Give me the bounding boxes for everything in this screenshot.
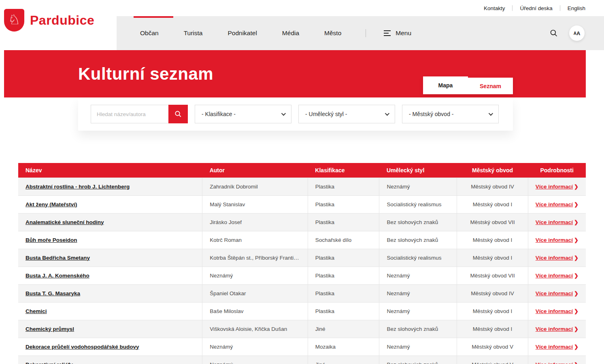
accessibility-font-size-button[interactable]: AA	[569, 25, 585, 41]
item-author: Kotrba Štěpán st., Příborský František	[202, 249, 308, 267]
more-info-link[interactable]: Více informací	[536, 201, 573, 207]
chevron-down-icon	[489, 111, 493, 116]
search-submit-button[interactable]	[168, 105, 188, 123]
item-author: Neznámý	[202, 267, 308, 284]
chevron-right-icon: ❯	[574, 219, 578, 225]
separator	[512, 5, 513, 11]
chevron-right-icon: ❯	[574, 290, 578, 296]
tab-seznam[interactable]: Seznam	[468, 76, 513, 94]
item-name-link[interactable]: Abstraktní rostlina - hrob J. Lichtenber…	[26, 184, 130, 190]
item-district: Městský obvod VII	[457, 267, 528, 284]
item-classification: Plastika	[308, 213, 379, 231]
item-author: Jirásko Josef	[202, 213, 308, 231]
item-name-link[interactable]: Busta J. A. Komenského	[26, 273, 89, 279]
more-info-link[interactable]: Více informací	[536, 184, 573, 190]
culture-list-table-wrap: Název Autor Klasifikace Umělecký styl Mě…	[18, 163, 586, 364]
search-group	[91, 105, 188, 123]
site-header: Kontakty Úřední deska English ♘ Pardubic…	[0, 0, 604, 50]
table-header: Název Autor Klasifikace Umělecký styl Mě…	[18, 163, 586, 178]
nav-item-obcan[interactable]: Občan	[140, 30, 159, 37]
dropdown-mestsky-obvod-value: - Městský obvod -	[409, 111, 453, 117]
item-name-link[interactable]: Busta Bedřicha Smetany	[26, 255, 90, 261]
active-nav-indicator	[134, 16, 173, 18]
separator	[560, 5, 560, 11]
chevron-right-icon: ❯	[574, 237, 578, 243]
table-row: Akt ženy (Mateřství) Malý Stanislav Plas…	[18, 195, 586, 213]
item-art-style: Bez slohových znaků	[379, 320, 457, 338]
more-info-link[interactable]: Více informací	[536, 255, 573, 261]
dropdown-mestsky-obvod[interactable]: - Městský obvod -	[402, 105, 499, 123]
item-author: Zahradník Dobromil	[202, 178, 308, 195]
view-tabs: Mapa Seznam	[423, 76, 513, 94]
item-name-link[interactable]: Bůh moře Poseidon	[26, 237, 77, 243]
header-klasifikace: Klasifikace	[308, 163, 379, 178]
table-row: Bůh moře Poseidon Kotrč Roman Sochařské …	[18, 231, 586, 249]
item-author: Baše Miloslav	[202, 302, 308, 320]
more-info-link[interactable]: Více informací	[536, 362, 573, 364]
table-row: Chemický průmysl Viškovská Aloisie, Křič…	[18, 320, 586, 338]
topbar-link-english[interactable]: English	[568, 5, 585, 11]
item-district: Městský obvod I	[457, 320, 528, 338]
item-name-link[interactable]: Busta T. G. Masaryka	[26, 290, 80, 296]
brand-logo[interactable]: ♘ Pardubice	[4, 9, 94, 32]
item-district: Městský obvod I	[457, 249, 528, 267]
search-icon[interactable]	[550, 29, 558, 37]
item-name-link[interactable]: Dekorace průčelí vodohospodářské budovy	[26, 344, 139, 350]
chevron-right-icon: ❯	[574, 201, 578, 207]
brand-wordmark: Pardubice	[30, 13, 94, 28]
item-art-style: Neznámý	[379, 302, 457, 320]
hero-banner: Kulturní seznam Mapa Seznam	[4, 50, 586, 97]
topbar-link-uredni-deska[interactable]: Úřední deska	[520, 5, 552, 11]
item-district: Městský obvod V	[457, 356, 528, 364]
more-info-link[interactable]: Více informací	[536, 219, 573, 225]
header-umelecky-styl: Umělecký styl	[379, 163, 457, 178]
item-art-style: Socialistický realismus	[379, 249, 457, 267]
item-classification: Jiné	[308, 356, 379, 364]
item-name-link[interactable]: Chemický průmysl	[26, 326, 74, 332]
item-classification: Plastika	[308, 195, 379, 213]
more-info-link[interactable]: Více informací	[536, 344, 573, 350]
search-icon	[174, 110, 182, 118]
main-nav: Občan Turista Podnikatel Média Město Men…	[117, 16, 604, 50]
filter-bar: - Klasifikace - - Umělecký styl - - Měst…	[78, 97, 513, 131]
item-name-link[interactable]: Chemici	[26, 308, 47, 314]
more-info-link[interactable]: Více informací	[536, 237, 573, 243]
more-info-link[interactable]: Více informací	[536, 308, 573, 314]
crest-horse-icon: ♘	[4, 9, 24, 32]
more-info-link[interactable]: Více informací	[536, 326, 573, 332]
nav-item-podnikatel[interactable]: Podnikatel	[228, 30, 257, 37]
dropdown-umelecky-styl[interactable]: - Umělecký styl -	[298, 105, 395, 123]
more-info-link[interactable]: Více informací	[536, 273, 573, 279]
item-name-link[interactable]: Akt ženy (Mateřství)	[26, 201, 77, 207]
item-district: Městský obvod I	[457, 231, 528, 249]
tab-mapa[interactable]: Mapa	[423, 76, 468, 94]
item-classification: Sochařské dílo	[308, 231, 379, 249]
dropdown-umelecky-styl-value: - Umělecký styl -	[305, 111, 347, 117]
chevron-right-icon: ❯	[574, 362, 578, 364]
table-row: Abstraktní rostlina - hrob J. Lichtenber…	[18, 178, 586, 195]
item-name-link[interactable]: Dekorativní reliéfy	[26, 362, 73, 364]
item-author: Malý Stanislav	[202, 195, 308, 213]
item-art-style: Neznámý	[379, 284, 457, 302]
table-row: Analematické sluneční hodiny Jirásko Jos…	[18, 213, 586, 231]
item-author: Kotrč Roman	[202, 231, 308, 249]
more-info-link[interactable]: Více informací	[536, 290, 573, 296]
item-name-link[interactable]: Analematické sluneční hodiny	[26, 219, 104, 225]
item-classification: Plastika	[308, 302, 379, 320]
item-art-style: Bez slohových znaků	[379, 213, 457, 231]
search-input[interactable]	[91, 105, 168, 123]
menu-button[interactable]: Menu	[384, 30, 411, 37]
nav-items: Občan Turista Podnikatel Média Město	[140, 30, 341, 37]
topbar-link-kontakty[interactable]: Kontakty	[484, 5, 505, 11]
page-title: Kulturní seznam	[78, 64, 213, 84]
item-district: Městský obvod VII	[457, 213, 528, 231]
item-district: Městský obvod I	[457, 302, 528, 320]
nav-item-media[interactable]: Média	[282, 30, 299, 37]
item-art-style: Socialistický realismus	[379, 195, 457, 213]
item-art-style: Neznámý	[379, 338, 457, 356]
dropdown-klasifikace[interactable]: - Klasifikace -	[195, 105, 291, 123]
nav-item-turista[interactable]: Turista	[184, 30, 203, 37]
item-art-style: Bez slohových znaků	[379, 356, 457, 364]
item-district: Městský obvod V	[457, 338, 528, 356]
nav-item-mesto[interactable]: Město	[324, 30, 341, 37]
